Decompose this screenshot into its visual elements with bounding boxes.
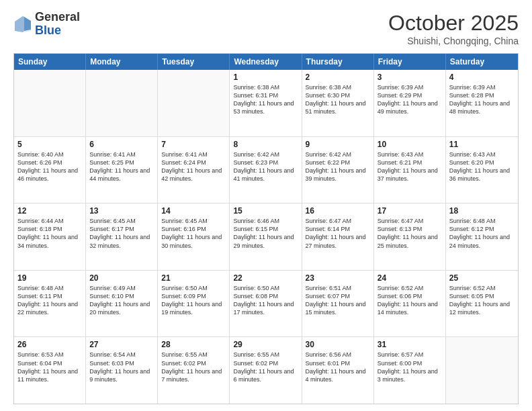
calendar-cell [14, 70, 86, 136]
calendar-cell: 10Sunrise: 6:43 AMSunset: 6:21 PMDayligh… [374, 137, 446, 203]
cell-info: Sunrise: 6:48 AMSunset: 6:11 PMDaylight:… [17, 284, 82, 317]
day-number: 30 [306, 340, 370, 349]
day-number: 7 [161, 140, 226, 149]
calendar-cell: 6Sunrise: 6:41 AMSunset: 6:25 PMDaylight… [86, 137, 158, 203]
calendar-cell [446, 337, 518, 404]
cell-info: Sunrise: 6:43 AMSunset: 6:20 PMDaylight:… [449, 150, 515, 183]
calendar-cell: 17Sunrise: 6:47 AMSunset: 6:13 PMDayligh… [374, 203, 446, 270]
cell-info: Sunrise: 6:52 AMSunset: 6:05 PMDaylight:… [449, 284, 515, 317]
calendar-cell [86, 70, 158, 136]
cell-info: Sunrise: 6:51 AMSunset: 6:07 PMDaylight:… [306, 284, 370, 317]
day-number: 21 [161, 273, 226, 283]
logo-icon [13, 15, 32, 34]
calendar-header: SundayMondayTuesdayWednesdayThursdayFrid… [14, 54, 518, 70]
svg-marker-1 [24, 17, 31, 31]
day-number: 18 [449, 206, 515, 216]
calendar-cell: 28Sunrise: 6:55 AMSunset: 6:02 PMDayligh… [158, 337, 230, 404]
calendar-cell: 15Sunrise: 6:46 AMSunset: 6:15 PMDayligh… [230, 203, 302, 270]
cell-info: Sunrise: 6:54 AMSunset: 6:03 PMDaylight:… [89, 351, 154, 383]
calendar-row-4: 26Sunrise: 6:53 AMSunset: 6:04 PMDayligh… [14, 337, 518, 404]
cell-info: Sunrise: 6:40 AMSunset: 6:26 PMDaylight:… [17, 150, 82, 183]
cell-info: Sunrise: 6:48 AMSunset: 6:12 PMDaylight:… [449, 217, 515, 250]
header-day-friday: Friday [374, 54, 446, 70]
calendar-cell: 4Sunrise: 6:39 AMSunset: 6:28 PMDaylight… [446, 70, 518, 136]
calendar-row-3: 19Sunrise: 6:48 AMSunset: 6:11 PMDayligh… [14, 271, 518, 338]
day-number: 10 [378, 140, 442, 149]
cell-info: Sunrise: 6:43 AMSunset: 6:21 PMDaylight:… [378, 150, 442, 183]
cell-info: Sunrise: 6:53 AMSunset: 6:04 PMDaylight:… [17, 351, 82, 383]
calendar-cell: 18Sunrise: 6:48 AMSunset: 6:12 PMDayligh… [446, 203, 518, 270]
cell-info: Sunrise: 6:52 AMSunset: 6:06 PMDaylight:… [378, 284, 442, 317]
cell-info: Sunrise: 6:46 AMSunset: 6:15 PMDaylight:… [233, 217, 298, 250]
calendar-cell: 7Sunrise: 6:41 AMSunset: 6:24 PMDaylight… [158, 137, 230, 203]
calendar-cell: 16Sunrise: 6:47 AMSunset: 6:14 PMDayligh… [302, 203, 374, 270]
day-number: 27 [89, 340, 154, 349]
calendar-cell: 12Sunrise: 6:44 AMSunset: 6:18 PMDayligh… [14, 203, 86, 270]
page: General Blue October 2025 Shuishi, Chong… [0, 0, 532, 411]
calendar: SundayMondayTuesdayWednesdayThursdayFrid… [13, 53, 519, 404]
calendar-cell: 21Sunrise: 6:50 AMSunset: 6:09 PMDayligh… [158, 271, 230, 337]
calendar-cell: 25Sunrise: 6:52 AMSunset: 6:05 PMDayligh… [446, 271, 518, 337]
day-number: 22 [233, 273, 298, 283]
cell-info: Sunrise: 6:42 AMSunset: 6:22 PMDaylight:… [306, 150, 370, 183]
calendar-cell: 23Sunrise: 6:51 AMSunset: 6:07 PMDayligh… [302, 271, 374, 337]
calendar-cell: 31Sunrise: 6:57 AMSunset: 6:00 PMDayligh… [374, 337, 446, 404]
calendar-cell: 5Sunrise: 6:40 AMSunset: 6:26 PMDaylight… [14, 137, 86, 203]
day-number: 19 [17, 273, 82, 283]
svg-marker-2 [15, 16, 24, 32]
calendar-cell [158, 70, 230, 136]
header-day-sunday: Sunday [14, 54, 86, 70]
header-day-tuesday: Tuesday [158, 54, 230, 70]
day-number: 26 [17, 340, 82, 349]
calendar-cell: 22Sunrise: 6:50 AMSunset: 6:08 PMDayligh… [230, 271, 302, 337]
location-subtitle: Shuishi, Chongqing, China [388, 36, 519, 46]
day-number: 8 [233, 140, 298, 149]
calendar-cell: 30Sunrise: 6:56 AMSunset: 6:01 PMDayligh… [302, 337, 374, 404]
day-number: 29 [233, 340, 298, 349]
cell-info: Sunrise: 6:38 AMSunset: 6:31 PMDaylight:… [233, 83, 298, 116]
title-block: October 2025 Shuishi, Chongqing, China [388, 11, 519, 46]
calendar-cell: 9Sunrise: 6:42 AMSunset: 6:22 PMDaylight… [302, 137, 374, 203]
cell-info: Sunrise: 6:55 AMSunset: 6:02 PMDaylight:… [233, 351, 298, 383]
logo-text: General Blue [35, 11, 80, 38]
calendar-row-0: 1Sunrise: 6:38 AMSunset: 6:31 PMDaylight… [14, 70, 518, 137]
cell-info: Sunrise: 6:45 AMSunset: 6:16 PMDaylight:… [161, 217, 226, 250]
calendar-cell: 27Sunrise: 6:54 AMSunset: 6:03 PMDayligh… [86, 337, 158, 404]
cell-info: Sunrise: 6:44 AMSunset: 6:18 PMDaylight:… [17, 217, 82, 250]
header-day-wednesday: Wednesday [230, 54, 302, 70]
calendar-body: 1Sunrise: 6:38 AMSunset: 6:31 PMDaylight… [14, 70, 518, 404]
calendar-cell: 20Sunrise: 6:49 AMSunset: 6:10 PMDayligh… [86, 271, 158, 337]
calendar-cell: 8Sunrise: 6:42 AMSunset: 6:23 PMDaylight… [230, 137, 302, 203]
cell-info: Sunrise: 6:41 AMSunset: 6:24 PMDaylight:… [161, 150, 226, 183]
calendar-cell: 2Sunrise: 6:38 AMSunset: 6:30 PMDaylight… [302, 70, 374, 136]
calendar-cell: 13Sunrise: 6:45 AMSunset: 6:17 PMDayligh… [86, 203, 158, 270]
day-number: 11 [449, 140, 515, 149]
calendar-cell: 26Sunrise: 6:53 AMSunset: 6:04 PMDayligh… [14, 337, 86, 404]
cell-info: Sunrise: 6:45 AMSunset: 6:17 PMDaylight:… [89, 217, 154, 250]
cell-info: Sunrise: 6:39 AMSunset: 6:28 PMDaylight:… [449, 83, 515, 116]
header: General Blue October 2025 Shuishi, Chong… [13, 11, 519, 46]
day-number: 12 [17, 206, 82, 216]
logo: General Blue [13, 11, 80, 38]
calendar-cell: 14Sunrise: 6:45 AMSunset: 6:16 PMDayligh… [158, 203, 230, 270]
cell-info: Sunrise: 6:56 AMSunset: 6:01 PMDaylight:… [306, 351, 370, 383]
day-number: 16 [306, 206, 370, 216]
day-number: 24 [378, 273, 442, 283]
calendar-cell: 3Sunrise: 6:39 AMSunset: 6:29 PMDaylight… [374, 70, 446, 136]
day-number: 6 [89, 140, 154, 149]
day-number: 25 [449, 273, 515, 283]
day-number: 9 [306, 140, 370, 149]
day-number: 28 [161, 340, 226, 349]
calendar-cell: 24Sunrise: 6:52 AMSunset: 6:06 PMDayligh… [374, 271, 446, 337]
day-number: 13 [89, 206, 154, 216]
cell-info: Sunrise: 6:49 AMSunset: 6:10 PMDaylight:… [89, 284, 154, 317]
day-number: 14 [161, 206, 226, 216]
day-number: 1 [233, 73, 298, 82]
calendar-row-2: 12Sunrise: 6:44 AMSunset: 6:18 PMDayligh… [14, 203, 518, 271]
day-number: 5 [17, 140, 82, 149]
calendar-cell: 11Sunrise: 6:43 AMSunset: 6:20 PMDayligh… [446, 137, 518, 203]
day-number: 4 [449, 73, 515, 82]
day-number: 15 [233, 206, 298, 216]
cell-info: Sunrise: 6:38 AMSunset: 6:30 PMDaylight:… [306, 83, 370, 116]
header-day-monday: Monday [86, 54, 158, 70]
